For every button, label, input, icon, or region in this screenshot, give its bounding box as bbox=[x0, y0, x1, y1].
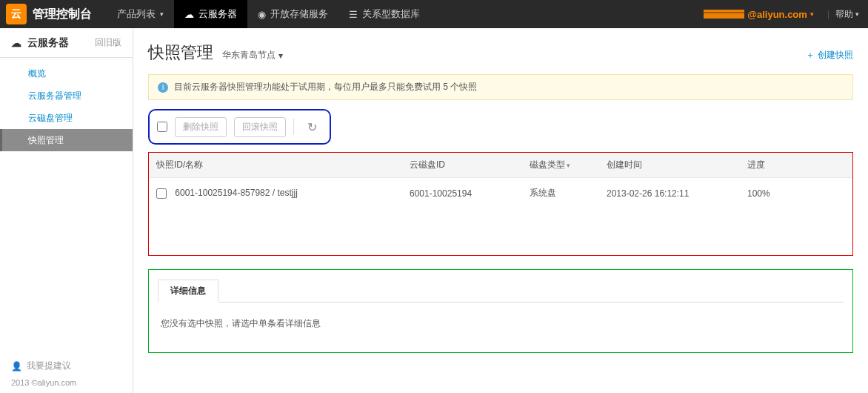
old-version-link[interactable]: 回旧版 bbox=[95, 36, 121, 49]
page-title: 快照管理 bbox=[148, 42, 213, 64]
caret-down-icon: ▾ bbox=[160, 10, 164, 18]
col-label: 磁盘类型 bbox=[530, 159, 565, 170]
col-label: 云磁盘ID bbox=[410, 159, 445, 170]
sort-icon: ▾ bbox=[567, 162, 570, 169]
sidebar-item-label: 云磁盘管理 bbox=[28, 112, 73, 125]
sidebar-title: 云服务器 bbox=[27, 36, 69, 50]
caret-down-icon: ▾ bbox=[855, 10, 859, 18]
feedback-label: 我要提建议 bbox=[27, 360, 71, 372]
nav-oss-label: 开放存储服务 bbox=[270, 7, 328, 21]
nav-oss[interactable]: ◉ 开放存储服务 bbox=[247, 0, 338, 28]
table-row[interactable]: 6001-10025194-857982 / testjjj 6001-1002… bbox=[149, 178, 852, 209]
table-header-row: 快照ID/名称 云磁盘ID 磁盘类型▾ 创建时间 进度 bbox=[149, 153, 852, 178]
region-label: 华东青岛节点 bbox=[222, 49, 276, 62]
help-label: 帮助 bbox=[835, 8, 853, 21]
help-link[interactable]: 帮助 ▾ bbox=[835, 8, 859, 21]
cell-value: 6001-10025194 bbox=[410, 188, 472, 199]
col-created: 创建时间 bbox=[599, 153, 740, 178]
tab-detail[interactable]: 详细信息 bbox=[158, 280, 218, 303]
nav-ecs[interactable]: ☁ 云服务器 bbox=[174, 0, 247, 28]
cloud-icon: ◉ bbox=[258, 9, 266, 20]
sidebar-item-server-mgmt[interactable]: 云服务器管理 bbox=[0, 85, 133, 107]
col-label: 快照ID/名称 bbox=[156, 159, 203, 170]
console-name: 管理控制台 bbox=[33, 7, 92, 22]
detail-panel: 详细信息 您没有选中快照，请选中单条看详细信息 bbox=[148, 269, 853, 353]
caret-down-icon: ▾ bbox=[278, 50, 283, 61]
row-checkbox[interactable] bbox=[156, 188, 167, 199]
cell-id-name: 6001-10025194-857982 / testjjj bbox=[149, 178, 402, 209]
snapshot-table-container: 快照ID/名称 云磁盘ID 磁盘类型▾ 创建时间 进度 6001-1002519… bbox=[148, 152, 853, 256]
col-progress: 进度 bbox=[740, 153, 852, 178]
nav-rds-label: 关系型数据库 bbox=[362, 7, 420, 21]
sidebar-header: ☁ 云服务器 回旧版 bbox=[0, 28, 133, 58]
user-account-menu[interactable]: @aliyun.com ▾ bbox=[696, 4, 821, 24]
nav-product-list-label: 产品列表 bbox=[117, 7, 156, 21]
cell-disk-type: 系统盘 bbox=[522, 178, 600, 209]
top-nav: 云 管理控制台 产品列表 ▾ ☁ 云服务器 ◉ 开放存储服务 ☰ 关系型数据库 … bbox=[0, 0, 868, 28]
tab-label: 详细信息 bbox=[170, 285, 206, 296]
divider: | bbox=[827, 9, 829, 19]
cell-value: 6001-10025194-857982 / testjjj bbox=[175, 188, 297, 198]
snapshot-table: 快照ID/名称 云磁盘ID 磁盘类型▾ 创建时间 进度 6001-1002519… bbox=[149, 153, 852, 208]
sidebar-menu: 概览 云服务器管理 云磁盘管理 快照管理 bbox=[0, 58, 133, 151]
col-label: 创建时间 bbox=[607, 159, 642, 170]
cell-disk-id: 6001-10025194 bbox=[402, 178, 522, 209]
cell-value: 2013-02-26 16:12:11 bbox=[607, 188, 689, 199]
divider bbox=[293, 119, 294, 135]
cell-value: 系统盘 bbox=[530, 188, 556, 198]
cell-created: 2013-02-26 16:12:11 bbox=[599, 178, 740, 209]
toolbar: 删除快照 回滚快照 ↻ bbox=[148, 109, 331, 145]
create-snapshot-label: 创建快照 bbox=[818, 49, 853, 62]
sidebar-item-snapshot-mgmt[interactable]: 快照管理 bbox=[0, 129, 133, 151]
refresh-icon: ↻ bbox=[307, 120, 317, 134]
logo-icon: 云 bbox=[6, 4, 27, 24]
sidebar-item-label: 云服务器管理 bbox=[28, 90, 81, 102]
detail-empty-message: 您没有选中快照，请选中单条看详细信息 bbox=[158, 317, 844, 330]
cell-value: 100% bbox=[747, 188, 770, 199]
nav-product-list[interactable]: 产品列表 ▾ bbox=[107, 0, 174, 28]
database-icon: ☰ bbox=[349, 9, 358, 20]
refresh-button[interactable]: ↻ bbox=[301, 116, 322, 137]
sidebar-item-label: 快照管理 bbox=[28, 134, 64, 147]
create-snapshot-link[interactable]: ＋ 创建快照 bbox=[806, 49, 853, 62]
nav-rds[interactable]: ☰ 关系型数据库 bbox=[338, 0, 430, 28]
col-id-name: 快照ID/名称 bbox=[149, 153, 402, 178]
tab-strip: 详细信息 bbox=[158, 279, 844, 303]
region-selector[interactable]: 华东青岛节点 ▾ bbox=[222, 49, 283, 62]
select-all-checkbox[interactable] bbox=[157, 122, 167, 132]
server-icon: ☁ bbox=[11, 37, 21, 49]
info-banner: i 目前云服务器快照管理功能处于试用期，每位用户最多只能免费试用 5 个快照 bbox=[148, 74, 853, 100]
caret-down-icon: ▾ bbox=[810, 10, 814, 18]
cell-progress: 100% bbox=[740, 178, 852, 209]
rollback-snapshot-button[interactable]: 回滚快照 bbox=[234, 117, 286, 137]
delete-snapshot-button[interactable]: 删除快照 bbox=[175, 117, 227, 137]
person-icon: 👤 bbox=[11, 361, 22, 371]
user-email-suffix: @aliyun.com bbox=[747, 9, 807, 20]
main-content: 快照管理 华东青岛节点 ▾ ＋ 创建快照 i 目前云服务器快照管理功能处于试用期… bbox=[133, 28, 868, 393]
info-text: 目前云服务器快照管理功能处于试用期，每位用户最多只能免费试用 5 个快照 bbox=[174, 81, 477, 93]
feedback-link[interactable]: 👤 我要提建议 bbox=[11, 360, 121, 372]
user-name-redacted bbox=[704, 10, 744, 19]
sidebar-item-overview[interactable]: 概览 bbox=[0, 62, 133, 85]
col-disk-type[interactable]: 磁盘类型▾ bbox=[522, 153, 600, 178]
info-icon: i bbox=[158, 82, 168, 93]
sidebar-item-label: 概览 bbox=[28, 67, 46, 80]
sidebar-item-disk-mgmt[interactable]: 云磁盘管理 bbox=[0, 107, 133, 129]
col-disk-id: 云磁盘ID bbox=[402, 153, 522, 178]
plus-icon: ＋ bbox=[806, 49, 815, 62]
col-label: 进度 bbox=[747, 159, 765, 170]
copyright: 2013 ©aliyun.com bbox=[11, 378, 121, 387]
sidebar: ☁ 云服务器 回旧版 概览 云服务器管理 云磁盘管理 快照管理 👤 我要提建议 … bbox=[0, 28, 133, 393]
nav-ecs-label: 云服务器 bbox=[198, 7, 237, 21]
server-icon: ☁ bbox=[184, 9, 194, 20]
